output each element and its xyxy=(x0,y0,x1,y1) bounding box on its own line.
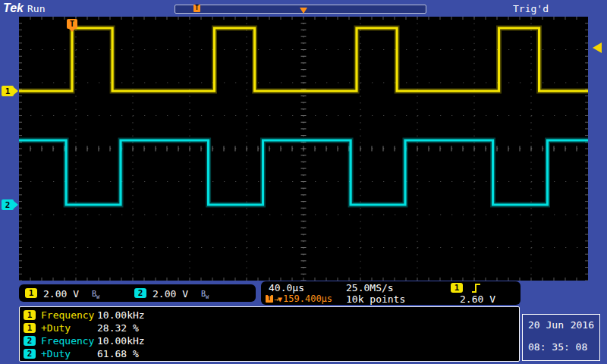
trigger-position-arrow-icon[interactable] xyxy=(300,8,307,14)
ch2-badge: 2 xyxy=(134,288,146,298)
measurement-value: 10.00kHz xyxy=(97,309,145,321)
trigger-slope-rising-icon xyxy=(470,283,483,293)
ch1-bandwidth-indicator: BW xyxy=(92,290,99,300)
record-length: 10k points xyxy=(346,293,405,305)
ch2-bandwidth-indicator: BW xyxy=(201,290,209,300)
ch2-badge: 2 xyxy=(24,349,36,359)
measurement-label: Frequency xyxy=(41,309,97,321)
measurement-label: +Duty xyxy=(41,322,97,334)
ch2-marker-label: 2 xyxy=(2,199,14,210)
measurement-label: +Duty xyxy=(41,348,97,359)
trigger-level-value: 2.60 V xyxy=(460,293,495,305)
trigger-delay-value: 159.400µs xyxy=(283,293,332,304)
datetime-panel: 20 Jun 2016 08: 35: 08 xyxy=(522,314,600,361)
ch1-badge: 1 xyxy=(25,288,37,298)
ch1-badge: 1 xyxy=(24,323,36,333)
oscilloscope-screen: Tek Run T Trig'd T 1 2 1 2.00 V BW 2 2.0… xyxy=(0,0,607,364)
sample-rate: 25.0MS/s xyxy=(346,282,394,293)
record-trigger-position-icon[interactable]: T xyxy=(193,5,200,12)
acquisition-status: Run xyxy=(27,3,45,14)
ch1-ground-marker[interactable]: 1 xyxy=(2,86,18,96)
ch1-badge: 1 xyxy=(24,310,36,320)
tek-logo: Tek xyxy=(3,2,24,15)
waveform-display: T xyxy=(19,17,588,281)
measurements-panel: 1 Frequency 10.00kHz 1 +Duty 28.32 % 2 F… xyxy=(19,306,520,362)
ch2-badge: 2 xyxy=(24,336,36,346)
trigger-level-arrow-icon[interactable] xyxy=(593,42,602,53)
ch2-ground-marker[interactable]: 2 xyxy=(2,199,18,210)
channel-scale-readout: 1 2.00 V BW 2 2.00 V BW xyxy=(19,284,256,302)
horizontal-trigger-readout: 40.0µs 25.0MS/s 1 T →▼ 159.400µs 10k poi… xyxy=(261,281,521,305)
trigger-delay-readout: T →▼ 159.400µs xyxy=(266,293,332,304)
waveform-traces xyxy=(19,17,588,281)
ch2-scale: 2.00 V xyxy=(153,288,188,300)
ch1-scale: 2.00 V xyxy=(43,288,79,300)
measurement-row: 2 Frequency 10.00kHz xyxy=(20,334,519,347)
time-value: 08: 35: 08 xyxy=(528,341,594,353)
trigger-delay-t-icon: T xyxy=(266,295,273,303)
trigger-delay-arrow-icon: →▼ xyxy=(274,295,281,303)
measurement-value: 10.00kHz xyxy=(97,335,145,347)
measurement-value: 61.68 % xyxy=(97,348,139,359)
ch2-marker-arrow-icon xyxy=(14,201,18,209)
trigger-time-marker[interactable]: T xyxy=(67,19,77,29)
trigger-source-badge: 1 xyxy=(451,283,463,293)
trigger-status: Trig'd xyxy=(513,3,549,14)
measurement-row: 1 Frequency 10.00kHz xyxy=(20,309,519,322)
measurement-row: 2 +Duty 61.68 % xyxy=(20,347,519,360)
ch1-marker-label: 1 xyxy=(2,86,14,96)
measurement-row: 1 +Duty 28.32 % xyxy=(20,322,519,334)
horizontal-scale: 40.0µs xyxy=(269,282,304,293)
year-value: 2016 xyxy=(571,319,594,331)
date-value: 20 Jun xyxy=(528,319,564,331)
measurement-label: Frequency xyxy=(41,335,97,347)
ch1-marker-arrow-icon xyxy=(14,87,18,95)
measurement-value: 28.32 % xyxy=(97,322,139,334)
